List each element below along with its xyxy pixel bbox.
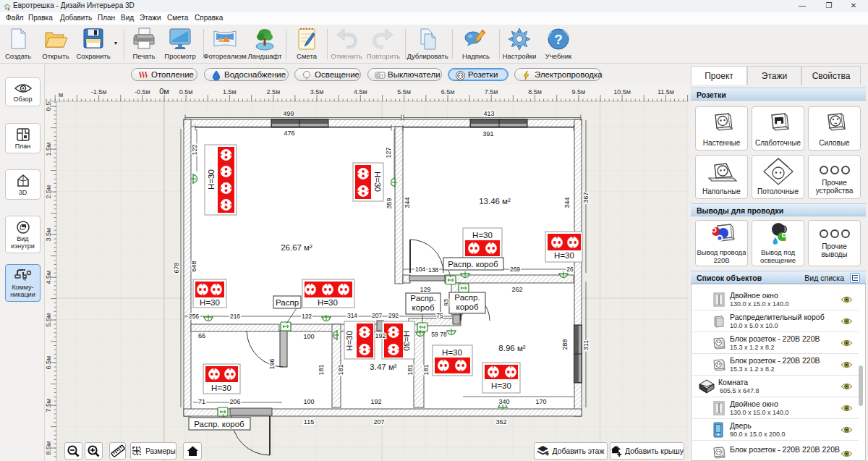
svg-text:Распр. короб: Распр. короб (448, 260, 498, 268)
svg-text:0м: 0м (159, 87, 169, 96)
svg-text:-0.5м: -0.5м (135, 88, 150, 96)
svg-text:5.5м: 5.5м (397, 88, 411, 96)
svg-text:75: 75 (436, 312, 443, 319)
svg-text:288: 288 (561, 339, 569, 350)
svg-text:100: 100 (303, 398, 314, 405)
svg-text:7.5м: 7.5м (485, 88, 498, 96)
svg-text:499: 499 (283, 110, 294, 117)
svg-text:359: 359 (386, 198, 393, 208)
svg-text:-1.5м: -1.5м (91, 88, 107, 96)
svg-text:122: 122 (302, 313, 312, 320)
svg-text:129: 129 (420, 286, 430, 293)
svg-text:8.96 м²: 8.96 м² (498, 344, 525, 352)
svg-text:H=30: H=30 (345, 331, 354, 351)
svg-text:5.5м: 5.5м (45, 313, 52, 327)
svg-text:78: 78 (440, 331, 447, 338)
svg-text:269: 269 (510, 266, 520, 273)
svg-text:H=30: H=30 (442, 348, 462, 357)
svg-text:H=30: H=30 (491, 381, 511, 390)
svg-text:138: 138 (428, 266, 438, 274)
svg-text:H=30: H=30 (554, 251, 574, 260)
svg-text:367: 367 (582, 192, 590, 203)
svg-text:8.5м: 8.5м (45, 441, 52, 455)
svg-text:256: 256 (189, 313, 199, 320)
svg-text:10.5м: 10.5м (613, 88, 631, 96)
svg-text:413: 413 (483, 110, 494, 117)
svg-text:170: 170 (535, 398, 546, 405)
svg-text:Распр.: Распр. (410, 294, 435, 303)
svg-text:Распр.: Распр. (454, 293, 480, 302)
svg-text:207: 207 (373, 418, 384, 426)
svg-text:3.5м: 3.5м (310, 88, 324, 96)
svg-text:6.5м: 6.5м (45, 356, 52, 370)
svg-text:678: 678 (173, 262, 180, 273)
svg-text:340: 340 (498, 398, 509, 405)
svg-text:207: 207 (372, 312, 382, 319)
svg-text:1.5м: 1.5м (45, 143, 52, 156)
svg-text:362: 362 (495, 418, 506, 426)
svg-text:314: 314 (347, 312, 357, 319)
svg-text:181: 181 (407, 364, 414, 375)
svg-text:H=30: H=30 (373, 172, 382, 192)
svg-text:H=30: H=30 (211, 384, 231, 392)
svg-text:66: 66 (198, 332, 205, 339)
svg-text:292: 292 (388, 312, 399, 319)
svg-text:391: 391 (482, 130, 493, 138)
svg-text:11.5м: 11.5м (658, 88, 674, 96)
svg-text:216: 216 (230, 313, 240, 320)
svg-text:H=30: H=30 (402, 331, 411, 351)
svg-text:13.46 м²: 13.46 м² (479, 197, 511, 206)
svg-text:344: 344 (404, 197, 411, 208)
svg-text:192: 192 (375, 332, 386, 339)
svg-text:м: м (59, 91, 63, 98)
svg-text:H=30: H=30 (472, 231, 493, 240)
svg-text:26: 26 (566, 266, 574, 273)
svg-text:1.5м: 1.5м (223, 88, 237, 96)
svg-text:206: 206 (229, 398, 240, 405)
svg-text:4.5м: 4.5м (45, 271, 52, 284)
svg-text:181: 181 (318, 364, 325, 375)
svg-text:59: 59 (431, 331, 438, 338)
svg-text:311: 311 (582, 340, 590, 350)
svg-text:192: 192 (370, 398, 381, 405)
svg-text:196: 196 (268, 358, 276, 369)
svg-text:Распр: Распр (276, 298, 299, 307)
svg-text:?: ? (554, 32, 563, 47)
svg-text:344: 344 (563, 197, 571, 208)
svg-text:476: 476 (284, 130, 294, 137)
svg-text:71: 71 (198, 398, 205, 405)
svg-text:181: 181 (337, 364, 344, 375)
svg-text:3.5м: 3.5м (45, 228, 52, 242)
svg-text:0.5: 0.5 (45, 102, 52, 111)
svg-text:2.5м: 2.5м (45, 185, 52, 199)
svg-text:короб: короб (456, 303, 479, 311)
svg-text:648: 648 (190, 261, 197, 271)
svg-text:2.5м: 2.5м (266, 88, 280, 96)
svg-text:104: 104 (415, 266, 425, 273)
svg-text:6.5м: 6.5м (441, 88, 455, 96)
svg-text:H=30: H=30 (207, 169, 216, 190)
svg-text:7.5м: 7.5м (45, 399, 52, 413)
svg-text:9.5м: 9.5м (572, 88, 586, 96)
svg-text:93: 93 (443, 299, 450, 306)
svg-text:короб: короб (412, 303, 435, 312)
svg-text:100: 100 (303, 333, 314, 340)
svg-text:127: 127 (385, 147, 392, 158)
svg-text:3.47 м²: 3.47 м² (370, 363, 396, 371)
svg-text:262: 262 (511, 286, 522, 293)
svg-text:8.5м: 8.5м (528, 88, 542, 96)
svg-text:0.5м: 0.5м (179, 88, 193, 96)
svg-text:122: 122 (191, 144, 198, 155)
svg-text:H=30: H=30 (200, 298, 220, 307)
svg-text:26.67 м²: 26.67 м² (281, 243, 312, 252)
svg-text:H=30: H=30 (318, 298, 338, 307)
svg-text:Распр. короб: Распр. короб (194, 420, 244, 428)
svg-text:181: 181 (422, 364, 430, 375)
svg-text:115: 115 (304, 418, 314, 426)
svg-text:4.5м: 4.5м (354, 88, 367, 96)
